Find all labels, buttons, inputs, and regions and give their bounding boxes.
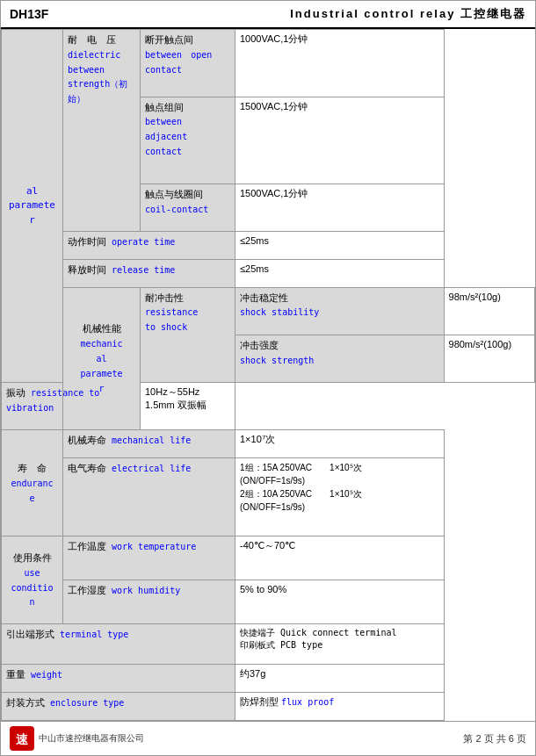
- work-humidity-label: 工作湿度 work humidity: [63, 580, 235, 624]
- enclosure-type-val: 防焊剂型 flux proof: [235, 693, 445, 721]
- weight-label: 重量 weight: [2, 665, 235, 693]
- electrical-life-val: 1组：15A 250VAC 1×10⁵次 (ON/OFF=1s/9s) 2组：1…: [235, 457, 445, 536]
- work-temp-label: 工作温度 work temperature: [63, 536, 235, 580]
- table-row: 工作湿度 work humidity 5% to 90%: [2, 580, 535, 624]
- shock-str-zh: 冲击强度: [240, 340, 279, 350]
- weight-en: weight: [25, 670, 62, 680]
- table-row: 使用条件 usecondition 工作温度 work temperature …: [2, 536, 535, 580]
- temp-en: work temperature: [106, 542, 196, 551]
- adjacent-en: between adjacentcontact: [145, 117, 191, 156]
- table-row: 电气寿命 electrical life 1组：15A 250VAC 1×10⁵…: [2, 457, 535, 536]
- page: DH13F Industrial control relay 工控继电器 al …: [0, 0, 536, 756]
- page-number: 第 2 页 共 6 页: [463, 732, 526, 745]
- footer-logo: 速 中山市速控继电器有限公司: [10, 726, 144, 751]
- enc-val-zh: 防焊剂型: [240, 696, 279, 707]
- temp-zh: 工作温度: [68, 541, 106, 551]
- humid-en: work humidity: [106, 586, 180, 595]
- terminal-type-label: 引出端形式 terminal type: [2, 623, 235, 665]
- section-use: 使用条件 usecondition: [2, 536, 63, 623]
- table-row: 寿 命 endurance 机械寿命 mechanical life 1×10⁷…: [2, 430, 535, 458]
- table-row: 引出端形式 terminal type 快捷端子 Quick connect t…: [2, 623, 535, 665]
- dielectric-zh: 耐 电 压: [68, 34, 116, 45]
- open-contact-label: 断开触点间 between opencontact: [141, 30, 235, 97]
- operate-zh: 动作时间: [68, 236, 106, 247]
- shock-stab-en: shock stability: [240, 307, 319, 317]
- section-electrical: al paramete r: [2, 30, 63, 383]
- release-zh: 释放时间: [68, 264, 106, 275]
- operate-val: ≤25ms: [235, 231, 445, 259]
- end-cat-en: endurance: [11, 479, 53, 503]
- coil-en: coil-contact: [145, 205, 208, 214]
- table-row: 动作时间 operate time ≤25ms: [2, 231, 535, 259]
- vibration-val: 10Hz～55Hz 1.5mm 双振幅: [141, 382, 235, 429]
- end-cat-zh: 寿 命: [18, 463, 47, 473]
- elec-life-en: electrical life: [106, 464, 191, 473]
- open-contact-val: 1000VAC,1分钟: [235, 30, 445, 97]
- section-electrical-label: al paramete r: [6, 184, 58, 228]
- mechanical-life-label: 机械寿命 mechanical life: [63, 430, 235, 458]
- shock-stability-label: 冲击稳定性 shock stability: [235, 287, 445, 335]
- release-time-label: 释放时间 release time: [63, 259, 235, 287]
- adjacent-zh: 触点组间: [145, 102, 184, 112]
- adjacent-val: 1500VAC,1分钟: [235, 97, 445, 184]
- coil-contact-label: 触点与线圈间 coil-contact: [141, 184, 235, 231]
- open-contact-zh: 断开触点间: [145, 34, 193, 45]
- shock-en: resistanceto shock: [145, 307, 198, 332]
- use-cat-zh: 使用条件: [13, 552, 52, 563]
- shock-str-en: shock strength: [240, 356, 314, 365]
- weight-zh: 重量: [6, 669, 25, 680]
- footer: 速 中山市速控继电器有限公司 第 2 页 共 6 页: [1, 721, 535, 755]
- company-logo-icon: 速: [10, 726, 34, 751]
- page-title: Industrial control relay 工控继电器: [290, 6, 526, 22]
- enc-en: enclosure type: [45, 698, 124, 708]
- enclosure-type-label: 封装方式 enclosure type: [2, 693, 235, 721]
- vibration-label: 振动 resistance to vibration: [2, 382, 141, 429]
- table-row: al paramete r 耐 电 压 dielectricbetweenstr…: [2, 30, 535, 97]
- table-row: 振动 resistance to vibration 10Hz～55Hz 1.5…: [2, 382, 535, 429]
- shock-strength-label: 冲击强度 shock strength: [235, 335, 445, 382]
- electrical-life-label: 电气寿命 electrical life: [63, 457, 235, 536]
- model-label: DH13F: [10, 7, 48, 21]
- mech-life-en: mechanical life: [106, 436, 191, 445]
- shock-stab-zh: 冲击稳定性: [240, 292, 288, 303]
- weight-val: 约37g: [235, 665, 445, 693]
- open-contact-en: between opencontact: [145, 50, 212, 75]
- mech-cat-zh: 机械性能: [83, 323, 121, 334]
- term-zh: 引出端形式: [6, 629, 54, 639]
- svg-text:速: 速: [16, 732, 29, 746]
- table-row: 机械性能 mechanicalparameter 耐冲击性 resistance…: [2, 287, 535, 335]
- enc-zh: 封装方式: [6, 697, 45, 708]
- shock-resistance-label: 耐冲击性 resistanceto shock: [141, 287, 235, 382]
- work-humidity-val: 5% to 90%: [235, 580, 445, 624]
- humid-zh: 工作湿度: [68, 585, 106, 595]
- coil-val: 1500VAC,1分钟: [235, 184, 445, 231]
- release-val: ≤25ms: [235, 259, 445, 287]
- shock-zh: 耐冲击性: [145, 292, 184, 303]
- operate-en: operate time: [106, 237, 175, 247]
- coil-zh: 触点与线圈间: [145, 189, 203, 199]
- header: DH13F Industrial control relay 工控继电器: [1, 1, 535, 29]
- dielectric-label: 耐 电 压 dielectricbetweenstrength（初始）: [63, 30, 141, 232]
- shock-strength-val: 980m/s²(100g): [444, 335, 534, 382]
- table-row: 重量 weight 约37g: [2, 665, 535, 693]
- term-en: terminal type: [54, 630, 128, 639]
- dielectric-en: dielectricbetweenstrength（初始）: [68, 50, 127, 104]
- spec-table: al paramete r 耐 电 压 dielectricbetweenstr…: [1, 29, 535, 721]
- table-row: 释放时间 release time ≤25ms: [2, 259, 535, 287]
- use-cat-en: usecondition: [11, 568, 53, 608]
- shock-stability-val: 98m/s²(10g): [444, 287, 534, 335]
- elec-life-zh: 电气寿命: [68, 463, 106, 473]
- terminal-type-val: 快捷端子 Quick connect terminal 印刷板式 PCB typ…: [235, 623, 445, 665]
- company-name: 中山市速控继电器有限公司: [39, 732, 144, 745]
- mech-life-zh: 机械寿命: [68, 435, 106, 445]
- work-temp-val: -40℃～70℃: [235, 536, 445, 580]
- enc-val-en: flux proof: [281, 697, 334, 707]
- release-en: release time: [106, 265, 175, 275]
- vib-zh: 振动: [6, 387, 25, 398]
- mechanical-life-val: 1×10⁷次: [235, 430, 445, 458]
- adjacent-contact-label: 触点组间 between adjacentcontact: [141, 97, 235, 184]
- section-endurance: 寿 命 endurance: [2, 430, 63, 536]
- table-row: 封装方式 enclosure type 防焊剂型 flux proof: [2, 693, 535, 721]
- operate-time-label: 动作时间 operate time: [63, 231, 235, 259]
